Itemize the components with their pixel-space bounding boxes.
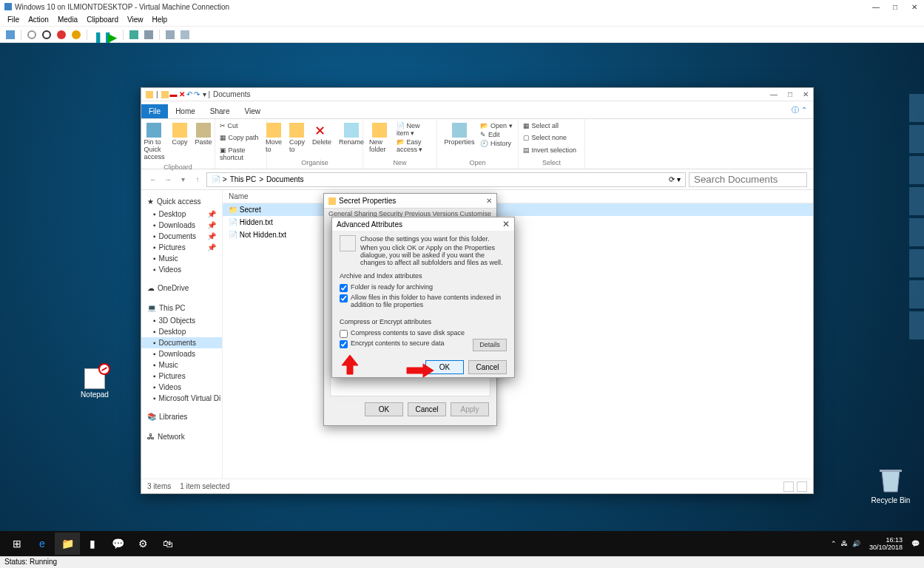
select-none-button[interactable]: ▢ Select none [523, 133, 567, 142]
nav-videos[interactable]: ▪ Videos [141, 264, 222, 275]
compress-checkbox[interactable]: Compress contents to save disk space [340, 328, 507, 339]
forward-button[interactable]: → [162, 175, 174, 183]
nav-pc-videos[interactable]: ▪ Videos [141, 382, 222, 393]
new-item-button[interactable]: 📄 New item ▾ [397, 121, 432, 138]
tab-share[interactable]: Share [203, 104, 237, 118]
menu-clipboard[interactable]: Clipboard [87, 16, 118, 24]
taskbar[interactable]: ⊞ e 📁 ▮ 💬 ⚙ 🛍 ⌃ 🖧 🔊 16:13 30/10/2018 💬 [0, 531, 924, 556]
index-checkbox[interactable]: Allow files in this folder to have conte… [340, 293, 507, 309]
tab-file[interactable]: File [141, 104, 168, 118]
explorer-minimize-button[interactable]: — [770, 90, 778, 98]
adv-cancel-button[interactable]: Cancel [468, 360, 507, 374]
nav-this-pc[interactable]: 💻 This PC [141, 301, 222, 315]
edge-icon[interactable]: e [30, 532, 55, 555]
icons-view-icon[interactable] [797, 481, 807, 492]
menu-help[interactable]: Help [152, 16, 167, 24]
delete-button[interactable]: ✕Delete [311, 121, 333, 147]
menu-media[interactable]: Media [58, 16, 78, 24]
select-all-button[interactable]: ▦ Select all [523, 121, 559, 130]
tb-pause-icon[interactable]: ❚❚ [93, 30, 102, 39]
nav-onedrive[interactable]: ☁ OneDrive [141, 281, 222, 295]
tb-ctrl-alt-del-icon[interactable] [6, 30, 15, 39]
properties-button[interactable]: Properties [442, 121, 476, 147]
adv-ok-button[interactable]: OK [425, 360, 464, 374]
rename-button[interactable]: Rename [337, 121, 365, 147]
tb-share-icon[interactable] [181, 30, 189, 39]
navigation-pane[interactable]: ★ Quick access ▪ Desktop📌 ▪ Downloads📌 ▪… [141, 190, 223, 479]
menu-file[interactable]: File [7, 16, 19, 24]
tb-shutdown-icon[interactable] [57, 30, 66, 39]
copy-path-button[interactable]: ▦ Copy path [220, 133, 259, 142]
back-button[interactable]: ← [147, 175, 159, 183]
nav-downloads[interactable]: ▪ Downloads📌 [141, 220, 222, 231]
up-button[interactable]: ↑ [192, 175, 203, 183]
ribbon-toggle-icon[interactable]: ⓘ ⌃ [786, 102, 813, 118]
minimize-button[interactable]: — [871, 3, 881, 11]
nav-pc-desktop[interactable]: ▪ Desktop [141, 326, 222, 337]
tb-checkpoint-icon[interactable] [129, 30, 138, 39]
tb-save-icon[interactable] [72, 30, 81, 39]
nav-pc-vdisk[interactable]: ▪ Microsoft Virtual Di [141, 393, 222, 404]
tb-reset-icon[interactable]: ▶ [108, 30, 117, 39]
properties-cancel-button[interactable]: Cancel [408, 402, 446, 416]
taskbar-clock[interactable]: 16:13 30/10/2018 [869, 536, 903, 551]
close-button[interactable]: ✕ [909, 3, 920, 11]
copy-to-button[interactable]: Copy to [288, 121, 306, 155]
nav-quick-access[interactable]: ★ Quick access [141, 195, 222, 209]
paste-button[interactable]: Paste [194, 121, 214, 147]
details-view-icon[interactable] [783, 481, 794, 492]
adv-close-button[interactable]: ✕ [502, 219, 510, 229]
network-icon[interactable]: 🖧 [841, 540, 848, 547]
desktop-icon-notepad[interactable]: Notepad [72, 368, 117, 399]
copy-button[interactable]: Copy [170, 121, 189, 147]
cut-button[interactable]: ✂ Cut [220, 121, 238, 130]
invert-selection-button[interactable]: ▤ Invert selection [523, 146, 576, 155]
nav-libraries[interactable]: 📚 Libraries [141, 410, 222, 424]
settings-icon[interactable]: ⚙ [130, 532, 155, 555]
explorer-taskbar-icon[interactable]: 📁 [55, 532, 80, 555]
recent-button[interactable]: ▾ [177, 175, 189, 183]
history-button[interactable]: 🕘 History [480, 139, 512, 148]
nav-documents[interactable]: ▪ Documents📌 [141, 231, 222, 242]
volume-icon[interactable]: 🔊 [852, 540, 860, 547]
terminal-icon[interactable]: ▮ [80, 532, 105, 555]
easy-access-button[interactable]: 📂 Easy access ▾ [397, 138, 432, 154]
address-bar[interactable]: 📄 > This PC> Documents ⟳ ▾ [206, 172, 686, 187]
tb-start-icon[interactable] [27, 30, 36, 39]
tab-home[interactable]: Home [168, 104, 203, 118]
explorer-titlebar[interactable]: | ▬ ✕ ↶ ↷ ▾ | Documents — □ ✕ [141, 88, 813, 101]
properties-ok-button[interactable]: OK [365, 402, 403, 416]
nav-pc-music[interactable]: ▪ Music [141, 359, 222, 371]
qat-icon[interactable] [161, 91, 169, 98]
start-button[interactable]: ⊞ [4, 532, 30, 555]
nav-music[interactable]: ▪ Music [141, 253, 222, 264]
explorer-maximize-button[interactable]: □ [788, 90, 792, 98]
nav-3d[interactable]: ▪ 3D Objects [141, 315, 222, 326]
nav-pc-documents[interactable]: ▪ Documents [141, 337, 222, 348]
nav-pictures[interactable]: ▪ Pictures📌 [141, 242, 222, 253]
mail-icon[interactable]: 💬 [105, 532, 130, 555]
tray-icon[interactable]: ⌃ [831, 540, 837, 547]
encrypt-checkbox[interactable]: Encrypt contents to secure data [340, 339, 473, 349]
store-icon[interactable]: 🛍 [155, 532, 181, 555]
nav-network[interactable]: 🖧 Network [141, 430, 222, 444]
new-folder-button[interactable]: New folder [368, 121, 392, 155]
vm-desktop[interactable]: Notepad Recycle Bin | ▬ ✕ ↶ ↷ ▾ | Docume… [0, 43, 924, 556]
action-center-icon[interactable]: 💬 [911, 540, 920, 547]
nav-pc-pictures[interactable]: ▪ Pictures [141, 371, 222, 382]
edit-button[interactable]: ✎ Edit [480, 130, 512, 139]
file-row-hidden[interactable]: 📄 Hidden.txt [223, 216, 813, 229]
nav-desktop[interactable]: ▪ Desktop📌 [141, 209, 222, 220]
file-row-nothidden[interactable]: 📄 Not Hidden.txt [223, 229, 813, 241]
pin-quick-access-button[interactable]: Pin to Quick access [142, 121, 166, 162]
menu-action[interactable]: Action [28, 16, 49, 24]
move-to-button[interactable]: Move to [264, 121, 283, 155]
details-button[interactable]: Details [473, 339, 507, 351]
tb-turnoff-icon[interactable] [42, 30, 51, 39]
search-input[interactable] [689, 172, 807, 187]
properties-apply-button[interactable]: Apply [451, 402, 489, 416]
properties-close-button[interactable]: ✕ [486, 197, 492, 205]
tb-revert-icon[interactable] [144, 30, 153, 39]
file-list[interactable]: Name Date modified Type Size 📁 Secret 📄 … [223, 190, 813, 479]
archive-checkbox[interactable]: Folder is ready for archiving [340, 283, 507, 293]
